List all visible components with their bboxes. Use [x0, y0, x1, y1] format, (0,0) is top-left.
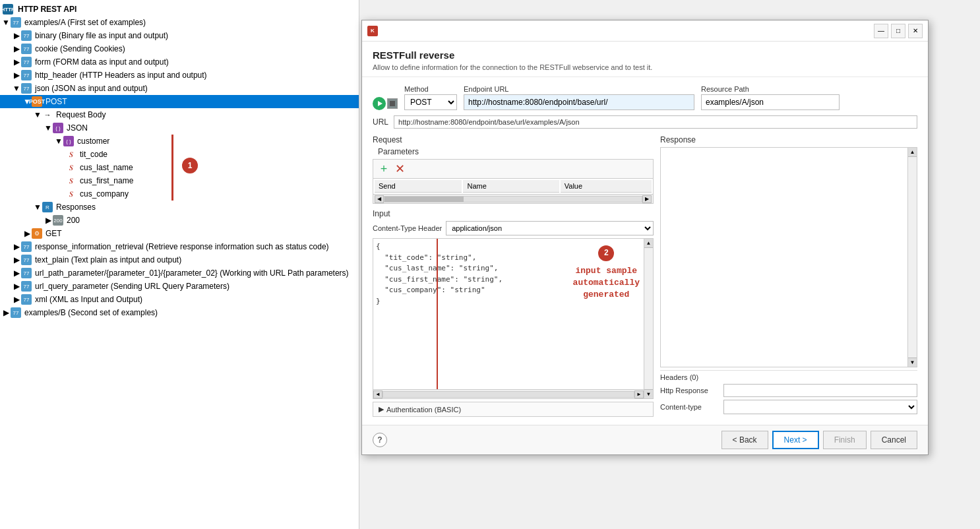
- chevron-right-icon: ▶: [13, 270, 20, 276]
- content-type-row: Content-Type Header application/json app…: [373, 221, 654, 235]
- back-button[interactable]: < Back: [721, 431, 768, 449]
- tree-item-json[interactable]: ▼ 77 json (JSON as input and output): [0, 82, 359, 95]
- minimize-button[interactable]: —: [874, 24, 888, 38]
- tree-item-label: url_path_parameter/{parameter_01}/{param…: [35, 268, 349, 278]
- scroll-right-arrow[interactable]: ▶: [642, 195, 652, 203]
- tree-item-label: GET: [46, 229, 62, 238]
- tree-item-text-plain[interactable]: ▶ 77 text_plain (Text plain as intput an…: [0, 253, 359, 266]
- chevron-right-icon: ▶: [13, 32, 20, 39]
- content-type-response-select[interactable]: [723, 400, 917, 414]
- headers-label: Headers (0): [660, 373, 698, 381]
- field-icon: 𝑺: [66, 189, 77, 199]
- content-type-response-label: Content-type: [660, 403, 720, 411]
- help-button[interactable]: ?: [373, 433, 387, 447]
- tree-item-responses[interactable]: ▼ R Responses: [0, 201, 359, 214]
- folder-icon: 77: [21, 44, 32, 54]
- run-play-button[interactable]: [373, 97, 386, 110]
- folder-icon: 77: [11, 307, 21, 318]
- chevron-down-icon: ▼: [34, 111, 41, 118]
- url-input[interactable]: [394, 115, 917, 129]
- method-field-group: Method POST GET PUT DELETE PATCH: [404, 85, 457, 110]
- tree-item-cus-first-name[interactable]: 𝑺 cus_first_name: [0, 174, 359, 187]
- tree-item-tit-code[interactable]: 𝑺 tit_code: [0, 148, 359, 161]
- tree-item-form[interactable]: ▶ 77 form (FORM data as input and output…: [0, 55, 359, 69]
- dialog: K — □ ✕ RESTFull reverse Allow to define…: [361, 20, 929, 455]
- chevron-right-icon: ▶: [13, 243, 20, 250]
- auth-section[interactable]: ▶ Authentication (BASIC): [373, 402, 654, 417]
- tree-item-http-header[interactable]: ▶ 77 http_header (HTTP Headers as input …: [0, 69, 359, 82]
- tree-item-request-body[interactable]: ▼ → Request Body: [0, 108, 359, 121]
- dialog-titlebar: K — □ ✕: [362, 20, 928, 42]
- chevron-right-icon: ▶: [45, 217, 51, 224]
- tree-item-json-node[interactable]: ▼ { } JSON: [0, 121, 359, 135]
- tree-item-examples-a[interactable]: ▼ 77 examples/A (First set of examples): [0, 16, 359, 29]
- tree-item-cookie[interactable]: ▶ 77 cookie (Sending Cookies): [0, 42, 359, 55]
- finish-button[interactable]: Finish: [823, 431, 867, 449]
- tree-item-url-query[interactable]: ▶ 77 url_query_parameter (Sending URL Qu…: [0, 280, 359, 293]
- field-icon: 𝑺: [66, 162, 77, 173]
- url-label: URL: [373, 117, 388, 127]
- tree-item-cus-last-name[interactable]: 𝑺 cus_last_name: [0, 161, 359, 174]
- json-hscrollbar: ◀ ▶: [373, 389, 644, 398]
- tree-item-label: form (FORM data as input and output): [35, 57, 169, 67]
- scroll-right[interactable]: ▶: [634, 390, 644, 398]
- tree-item-get[interactable]: ▶ ⚙ GET: [0, 227, 359, 240]
- tree-item-examples-b[interactable]: ▶ 77 examples/B (Second set of examples): [0, 306, 359, 319]
- annotation-line: [171, 135, 173, 201]
- tree-item-label: url_query_parameter (Sending URL Query P…: [35, 282, 230, 291]
- tree-root-label: HTTP REST API: [18, 5, 77, 14]
- scroll-up-arrow[interactable]: ▲: [644, 239, 653, 248]
- input-section: Input Content-Type Header application/js…: [373, 209, 654, 399]
- chevron-down-icon: ▼: [34, 204, 41, 210]
- folder-icon: 77: [21, 83, 32, 94]
- json-editor[interactable]: { "tit_code": "string", "cus_last_name":…: [373, 238, 654, 399]
- tree-item-xml[interactable]: ▶ 77 xml (XML as Input and Output): [0, 293, 359, 306]
- scroll-thumb[interactable]: [384, 197, 464, 202]
- two-column-layout: Request Parameters + ✕ Send Name Value: [373, 135, 917, 417]
- cancel-button[interactable]: Cancel: [871, 431, 917, 449]
- remove-param-button[interactable]: ✕: [393, 162, 406, 175]
- endpoint-field-group: Endpoint URL: [464, 85, 694, 110]
- response-area: ▲ ▼: [660, 147, 917, 367]
- scroll-track: [384, 196, 642, 202]
- add-param-button[interactable]: +: [377, 162, 390, 175]
- params-toolbar: + ✕: [373, 160, 653, 179]
- resource-input[interactable]: [701, 94, 840, 110]
- method-url-row: Method POST GET PUT DELETE PATCH Endpoin…: [373, 85, 917, 110]
- http-response-input[interactable]: [723, 384, 917, 397]
- response-scroll-up[interactable]: ▲: [908, 148, 917, 157]
- next-button[interactable]: Next >: [772, 431, 819, 449]
- response-scroll-down[interactable]: ▼: [908, 358, 917, 367]
- scroll-left-arrow[interactable]: ◀: [375, 195, 384, 203]
- tree-item-cus-company[interactable]: 𝑺 cus_company: [0, 187, 359, 201]
- chevron-right-icon: ▶: [13, 296, 20, 303]
- maximize-button[interactable]: □: [891, 24, 905, 38]
- run-stop-button[interactable]: [387, 98, 398, 109]
- chevron-right-icon: ▶: [13, 72, 20, 78]
- close-button[interactable]: ✕: [908, 24, 923, 38]
- response-label: Response: [660, 135, 917, 144]
- endpoint-input[interactable]: [464, 94, 694, 110]
- tree-item-response-info[interactable]: ▶ 77 response_information_retrieval (Ret…: [0, 240, 359, 253]
- annotation-2-container: 2 input sampleautomaticallygenerated: [573, 245, 640, 301]
- method-select[interactable]: POST GET PUT DELETE PATCH: [404, 94, 457, 110]
- folder-icon: 77: [21, 268, 32, 278]
- scroll-down-arrow[interactable]: ▼: [644, 389, 653, 398]
- response-scrollbar: ▲ ▼: [907, 148, 917, 367]
- chevron-right-icon: ▶: [13, 283, 20, 290]
- scroll-left[interactable]: ◀: [373, 390, 383, 398]
- tree-item-label: response_information_retrieval (Retrieve…: [35, 242, 329, 251]
- endpoint-label: Endpoint URL: [464, 85, 694, 93]
- tree-item-label: text_plain (Text plain as intput and out…: [35, 255, 181, 264]
- tree-item-customer[interactable]: ▼ { } customer: [0, 135, 359, 148]
- tree-item-200[interactable]: ▶ 200 200: [0, 214, 359, 227]
- parameters-label: Parameters: [378, 147, 654, 156]
- content-type-select[interactable]: application/json application/xml text/pl…: [446, 221, 654, 235]
- tree-item-post[interactable]: ▼ POST POST: [0, 95, 359, 108]
- tree-root[interactable]: HTTP HTTP REST API: [0, 3, 359, 16]
- chevron-down-icon: ▼: [55, 138, 62, 144]
- request-label: Request: [373, 135, 654, 144]
- tree-item-url-path[interactable]: ▶ 77 url_path_parameter/{parameter_01}/{…: [0, 266, 359, 280]
- response-200-icon: 200: [53, 215, 63, 226]
- tree-item-binary[interactable]: ▶ 77 binary (Binary file as input and ou…: [0, 29, 359, 42]
